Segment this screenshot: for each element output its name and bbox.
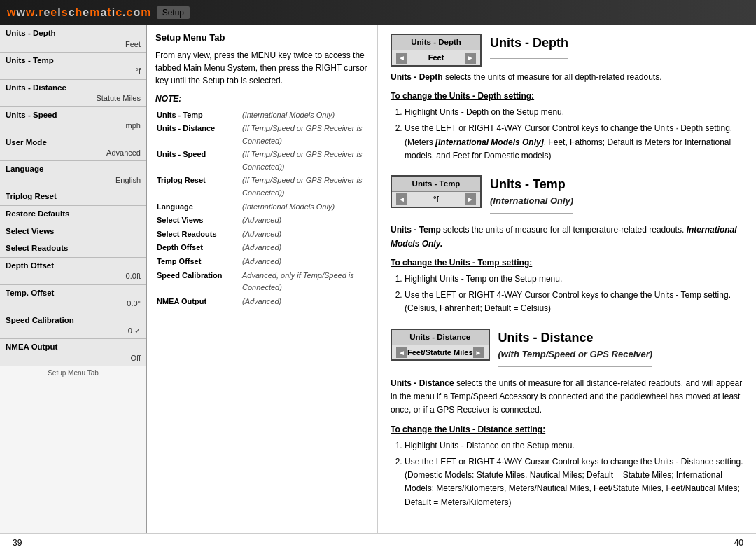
widget-value-units-distance: Feet/Statute Miles [407,347,473,359]
section-divider-units-depth [490,58,568,59]
steps-list-units-distance: Highlight Units - Distance on the Setup … [391,439,743,509]
section-subtitle-units-temp: (International Only) [490,194,573,208]
sidebar-item-10: Depth Offset0.0ft [0,258,146,285]
body-para-units-depth: Units - Depth selects the units of measu… [391,71,743,84]
sidebar-menu: Units - DepthFeetUnits - Temp°fUnits - D… [0,25,147,533]
menu-row-1: Units - Distance(If Temp/Speed or GPS Re… [157,123,368,147]
step-units-temp-1: Use the LEFT or RIGHT 4-WAY Cursor Contr… [405,289,743,315]
widget-value-units-depth: Feet [407,52,465,64]
step-units-distance-0: Highlight Units - Distance on the Setup … [405,439,743,453]
control-widget-units-depth: Units - Depth ◄ Feet ► [391,34,482,67]
arrow-left-units-distance[interactable]: ◄ [396,347,407,358]
sidebar-item-3: Units - Speedmph [0,107,146,134]
section-units-depth: Units - Depth ◄ Feet ► Units - DepthUnit… [391,34,743,163]
title-block-units-distance: Units - Distance(with Temp/Speed or GPS … [498,329,653,373]
arrow-right-units-distance[interactable]: ► [473,347,484,358]
step-units-depth-1: Use the LEFT or RIGHT 4-WAY Cursor Contr… [405,122,743,163]
step-units-temp-0: Highlight Units - Temp on the Setup menu… [405,272,743,286]
section-units-distance: Units - Distance ◄ Feet/Statute Miles ► … [391,329,743,509]
section-title-units-depth: Units - Depth [490,34,568,53]
menu-row-3: Triplog Reset(If Temp/Speed or GPS Recei… [157,174,368,199]
menu-row-7: Depth Offset(Advanced) [157,242,368,254]
tab-indicator: Setup [157,6,190,19]
title-block-units-temp: Units - Temp(International Only) [490,175,573,220]
widget-title-units-distance: Units - Distance [392,330,489,345]
right-page-number: 40 [734,538,743,548]
sidebar-item-7: Restore Defaults [0,206,146,223]
section-units-temp: Units - Temp ◄ °f ► Units - Temp(Interna… [391,175,743,316]
body-para-units-temp: Units - Temp selects the units of measur… [391,223,743,250]
step-header-units-depth: To change the Units - Depth setting: [391,90,743,103]
note-label: NOTE: [155,92,369,105]
intro-text: From any view, press the MENU key twice … [155,49,369,87]
page-numbers-bar: 39 40 [0,533,756,552]
control-widget-units-distance: Units - Distance ◄ Feet/Statute Miles ► [391,329,490,361]
control-widget-units-temp: Units - Temp ◄ °f ► [391,175,482,208]
left-text-content: Setup Menu Tab From any view, press the … [147,25,377,533]
sidebar-item-4: User ModeAdvanced [0,134,146,162]
section-title-units-temp: Units - Temp [490,175,573,194]
left-section-title: Setup Menu Tab [155,31,369,45]
section-divider-units-temp [490,213,573,214]
arrow-left-units-depth[interactable]: ◄ [396,53,407,64]
menu-row-10: NMEA Output(Advanced) [157,296,368,308]
step-units-depth-0: Highlight Units - Depth on the Setup men… [405,106,743,119]
section-title-units-distance: Units - Distance [498,329,653,347]
step-header-units-temp: To change the Units - Temp setting: [391,256,743,270]
steps-list-units-depth: Highlight Units - Depth on the Setup men… [391,106,743,163]
body-para-units-distance: Units - Distance selects the units of me… [391,377,743,418]
step-units-distance-1: Use the LEFT or RIGHT 4-WAY Cursor Contr… [405,455,743,509]
sidebar-item-12: Speed Calibration0 ✓ [0,312,146,340]
arrow-left-units-temp[interactable]: ◄ [396,193,407,205]
widget-title-units-depth: Units - Depth [392,35,480,50]
menu-row-2: Units - Speed(If Temp/Speed or GPS Recei… [157,149,368,173]
sidebar-item-9: Select Readouts [0,240,146,258]
widget-value-row-units-temp: ◄ °f ► [392,192,480,207]
menu-table: Units - Temp(International Models Only)U… [155,108,369,310]
sidebar-item-0: Units - DepthFeet [0,25,146,53]
widget-value-row-units-depth: ◄ Feet ► [392,50,480,65]
left-page: Units - DepthFeetUnits - Temp°fUnits - D… [0,25,378,533]
section-body-units-depth: Units - Depth selects the units of measu… [391,71,743,163]
left-page-number: 39 [13,538,22,548]
widget-value-units-temp: °f [407,193,465,205]
arrow-right-units-depth[interactable]: ► [465,53,476,64]
menu-row-9: Speed CalibrationAdvanced, only if Temp/… [157,270,368,294]
menu-row-5: Select Views(Advanced) [157,214,368,227]
step-header-units-distance: To change the Units - Distance setting: [391,423,743,436]
sidebar-item-6: Triplog Reset [0,188,146,206]
sidebar-item-8: Select Views [0,223,146,241]
sidebar-caption: Setup Menu Tab [0,366,146,380]
site-logo: www.reelschematic.com [7,6,151,19]
widget-value-row-units-distance: ◄ Feet/Statute Miles ► [392,345,489,360]
section-body-units-distance: Units - Distance selects the units of me… [391,377,743,509]
right-page: Units - Depth ◄ Feet ► Units - DepthUnit… [378,25,756,533]
menu-row-0: Units - Temp(International Models Only) [157,109,368,122]
menu-row-8: Temp Offset(Advanced) [157,256,368,268]
arrow-right-units-temp[interactable]: ► [465,193,476,205]
section-header-units-temp: Units - Temp ◄ °f ► Units - Temp(Interna… [391,175,743,220]
header-bar: www.reelschematic.com Setup [0,0,756,25]
steps-list-units-temp: Highlight Units - Temp on the Setup menu… [391,272,743,316]
sidebar-item-2: Units - DistanceStatute Miles [0,80,146,107]
section-header-units-depth: Units - Depth ◄ Feet ► Units - Depth [391,34,743,67]
menu-row-6: Select Readouts(Advanced) [157,228,368,241]
sidebar-item-11: Temp. Offset0.0° [0,285,146,312]
section-body-units-temp: Units - Temp selects the units of measur… [391,223,743,315]
section-subtitle-units-distance: (with Temp/Speed or GPS Receiver) [498,347,653,361]
sidebar-item-5: LanguageEnglish [0,161,146,188]
widget-title-units-temp: Units - Temp [392,177,480,192]
menu-row-4: Language(International Models Only) [157,201,368,214]
sidebar-item-13: NMEA OutputOff [0,339,146,366]
section-header-units-distance: Units - Distance ◄ Feet/Statute Miles ► … [391,329,743,373]
sidebar-item-1: Units - Temp°f [0,53,146,80]
title-block-units-depth: Units - Depth [490,34,568,64]
section-divider-units-distance [498,366,653,367]
